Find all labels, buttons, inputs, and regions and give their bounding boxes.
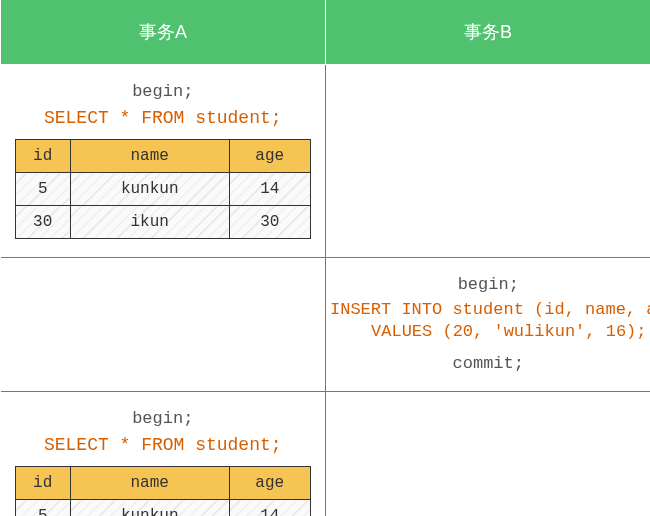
step-2-a [1,258,326,392]
header-transaction-b: 事务B [326,0,651,65]
step-1: begin; SELECT * FROM student; id name ag… [1,65,651,258]
result-table-1: id name age 5 kunkun 14 30 ikun 30 [15,139,311,239]
col-id: id [15,140,70,173]
col-age: age [229,140,310,173]
header-row: 事务A 事务B [1,0,651,65]
step-3-a: begin; SELECT * FROM student; id name ag… [1,392,326,516]
sql-insert-line2: VALUES (20, 'wulikun', 16); [328,321,649,343]
sql-select: SELECT * FROM student; [5,105,322,133]
col-age: age [229,467,310,500]
sql-begin: begin; [5,79,322,105]
col-name: name [70,467,229,500]
table-row: 30 ikun 30 [15,206,310,239]
table-header-row: id name age [15,467,310,500]
step-2: begin; INSERT INTO student (id, name, ag… [1,258,651,392]
col-id: id [15,467,70,500]
header-transaction-a: 事务A [1,0,326,65]
sql-insert-line1: INSERT INTO student (id, name, age) [328,299,649,321]
step-2-b: begin; INSERT INTO student (id, name, ag… [326,258,651,392]
step-1-a: begin; SELECT * FROM student; id name ag… [1,65,326,258]
step-1-b [326,65,651,258]
result-table-2: id name age 5 kunkun 14 30 ikun 30 [15,466,311,516]
sql-commit: commit; [328,351,649,377]
table-row: 5 kunkun 14 [15,500,310,516]
sql-select: SELECT * FROM student; [5,432,322,460]
table-header-row: id name age [15,140,310,173]
sql-begin: begin; [328,272,649,298]
transaction-comparison-table: 事务A 事务B begin; SELECT * FROM student; id… [0,0,650,516]
step-3: begin; SELECT * FROM student; id name ag… [1,392,651,516]
table-row: 5 kunkun 14 [15,173,310,206]
step-3-b: 亿速云 [326,392,651,516]
col-name: name [70,140,229,173]
sql-begin: begin; [5,406,322,432]
